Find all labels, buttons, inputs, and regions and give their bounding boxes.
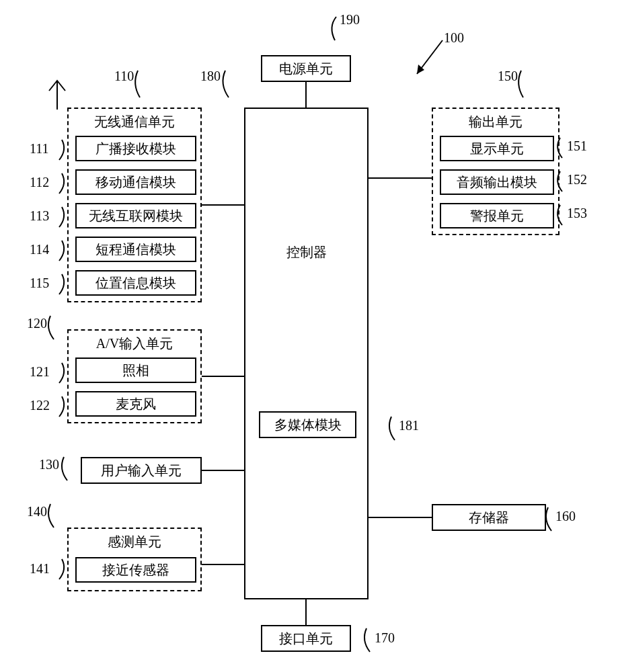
power-unit-label: 电源单元	[279, 60, 333, 78]
ref-150: 150	[498, 69, 518, 84]
av-input-unit: A/V输入单元 照相 麦克风	[67, 329, 202, 423]
sensing-unit: 感测单元 接近传感器	[67, 528, 202, 591]
ref-130: 130	[39, 457, 59, 472]
multimedia-module: 多媒体模块	[259, 411, 356, 438]
broadcast-module: 广播接收模块	[75, 136, 196, 161]
ref-160: 160	[555, 509, 576, 524]
proximity-sensor-label: 接近传感器	[102, 561, 169, 579]
ref-121: 121	[30, 364, 50, 380]
wifi-module-label: 无线互联网模块	[89, 207, 183, 225]
controller: 控制器 多媒体模块	[244, 108, 369, 599]
interface-unit: 接口单元	[261, 625, 351, 652]
interface-unit-label: 接口单元	[279, 630, 333, 648]
camera: 照相	[75, 358, 196, 383]
display-unit: 显示单元	[440, 136, 554, 161]
mobile-module-label: 移动通信模块	[95, 173, 176, 192]
microphone-label: 麦克风	[116, 395, 156, 413]
mobile-module: 移动通信模块	[75, 169, 196, 195]
memory-label: 存储器	[469, 509, 509, 527]
wireless-unit-label: 无线通信单元	[69, 113, 200, 131]
ref-114: 114	[30, 242, 49, 257]
av-input-unit-label: A/V输入单元	[69, 335, 200, 353]
short-range-module: 短程通信模块	[75, 237, 196, 262]
multimedia-module-label: 多媒体模块	[274, 416, 342, 434]
ref-110: 110	[114, 69, 134, 84]
ref-120: 120	[27, 316, 47, 331]
audio-output-module: 音频输出模块	[440, 169, 554, 195]
ref-111: 111	[30, 141, 49, 157]
controller-label: 控制器	[245, 243, 367, 261]
user-input-unit: 用户输入单元	[81, 457, 202, 484]
ref-170: 170	[375, 630, 395, 646]
ref-113: 113	[30, 208, 49, 224]
short-range-module-label: 短程通信模块	[95, 241, 176, 259]
camera-label: 照相	[122, 362, 149, 380]
ref-100: 100	[444, 30, 464, 46]
ref-140: 140	[27, 504, 47, 519]
alarm-unit-label: 警报单元	[470, 207, 524, 225]
microphone: 麦克风	[75, 391, 196, 417]
ref-153: 153	[567, 206, 587, 221]
audio-output-module-label: 音频输出模块	[457, 173, 537, 192]
ref-112: 112	[30, 175, 49, 190]
ref-122: 122	[30, 398, 50, 413]
display-unit-label: 显示单元	[470, 140, 524, 158]
proximity-sensor: 接近传感器	[75, 557, 196, 583]
wifi-module: 无线互联网模块	[75, 203, 196, 228]
ref-115: 115	[30, 276, 49, 291]
ref-152: 152	[567, 172, 587, 187]
ref-190: 190	[340, 12, 360, 28]
antenna-icon	[47, 77, 67, 111]
ref-180: 180	[200, 69, 221, 84]
ref-181: 181	[399, 418, 419, 433]
wireless-unit: 无线通信单元 广播接收模块 移动通信模块 无线互联网模块 短程通信模块 位置信息…	[67, 108, 202, 302]
location-module-label: 位置信息模块	[95, 274, 176, 292]
output-unit: 输出单元 显示单元 音频输出模块 警报单元	[432, 108, 559, 235]
broadcast-module-label: 广播接收模块	[95, 140, 176, 158]
ref-151: 151	[567, 138, 587, 154]
alarm-unit: 警报单元	[440, 203, 554, 228]
power-unit: 电源单元	[261, 55, 351, 82]
user-input-unit-label: 用户输入单元	[101, 462, 182, 480]
location-module: 位置信息模块	[75, 270, 196, 296]
sensing-unit-label: 感测单元	[69, 533, 200, 551]
output-unit-label: 输出单元	[433, 113, 558, 131]
memory: 存储器	[432, 504, 546, 531]
ref-141: 141	[30, 561, 50, 577]
